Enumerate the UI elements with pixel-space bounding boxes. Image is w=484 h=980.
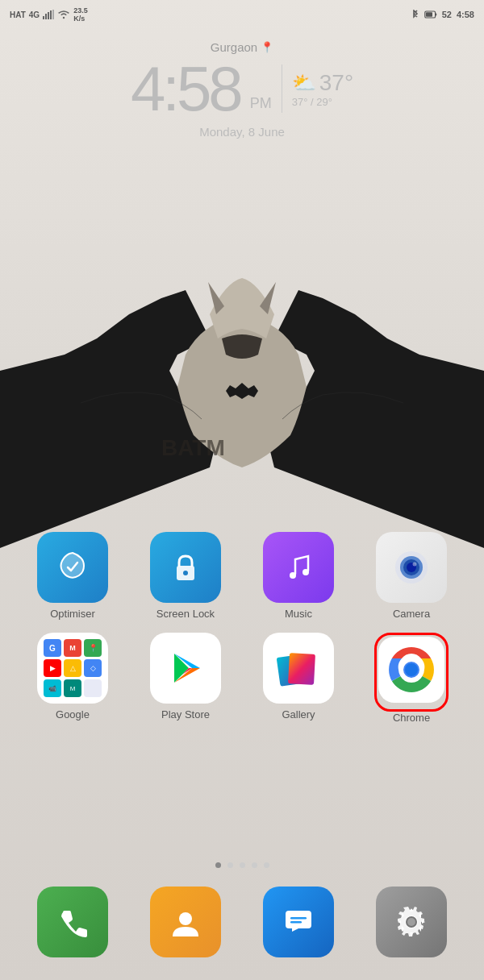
app-item-gallery[interactable]: Gallery: [250, 633, 347, 724]
optimiser-label: Optimiser: [50, 608, 95, 620]
clock: 4:58: [457, 10, 474, 19]
dock-item-settings[interactable]: [371, 887, 452, 957]
dock-item-contacts[interactable]: [145, 887, 226, 957]
svg-point-13: [302, 569, 309, 575]
svg-rect-26: [286, 911, 311, 928]
app-row-1: Optimiser Screen Lock: [16, 532, 468, 620]
playstore-icon: [163, 646, 208, 691]
camera-label: Camera: [393, 608, 430, 620]
gallery-icon: [274, 644, 323, 692]
svg-text:BATM: BATM: [161, 435, 225, 460]
svg-point-11: [183, 571, 188, 575]
weather-widget: Gurgaon 📍 4:58 PM ⛅ 37° 37° / 29° Monday…: [0, 40, 484, 139]
screenlock-label: Screen Lock: [156, 608, 215, 620]
app-grid: Optimiser Screen Lock: [0, 532, 484, 737]
app-row-2: G M 📍 ▶ △ ◇ 📹 M Go: [16, 633, 468, 724]
status-right: 52 4:58: [408, 10, 474, 19]
app-item-google[interactable]: G M 📍 ▶ △ ◇ 📹 M Go: [24, 633, 121, 724]
svg-rect-1: [45, 14, 47, 19]
status-left: HAT 4G 23.5K/s: [10, 6, 88, 23]
gallery-label: Gallery: [282, 708, 315, 720]
camera-icon: [390, 546, 432, 588]
page-dot-3[interactable]: [240, 862, 245, 868]
app-item-playstore[interactable]: Play Store: [137, 633, 234, 724]
page-dots: [0, 862, 484, 868]
operator-label: HAT: [10, 10, 26, 19]
batman-wallpaper: BATM: [0, 242, 484, 548]
time-display: 4:58: [131, 57, 240, 120]
svg-point-32: [407, 918, 415, 926]
music-label: Music: [285, 608, 312, 620]
app-item-chrome[interactable]: Chrome: [363, 633, 460, 724]
svg-rect-20: [288, 653, 315, 685]
location-row: Gurgaon 📍: [0, 40, 484, 54]
dock: [0, 887, 484, 957]
time-row: 4:58 PM ⛅ 37° 37° / 29°: [0, 57, 484, 120]
dock-item-messages[interactable]: [258, 887, 339, 957]
music-icon: [279, 548, 318, 587]
signal-icon: [43, 10, 54, 19]
chrome-label: Chrome: [393, 712, 430, 724]
bluetooth-icon: [408, 10, 419, 19]
divider: [282, 64, 282, 113]
temp-range: 37° / 29°: [292, 96, 332, 108]
contacts-icon: [168, 904, 203, 940]
svg-rect-0: [43, 16, 44, 19]
date-row: Monday, 8 June: [0, 125, 484, 139]
app-item-optimiser[interactable]: Optimiser: [24, 532, 121, 620]
phone-icon: [55, 904, 90, 940]
messages-icon: [281, 904, 316, 940]
svg-point-18: [413, 563, 417, 567]
svg-point-25: [179, 912, 192, 925]
page-dot-2[interactable]: [227, 862, 233, 868]
dock-item-phone[interactable]: [32, 887, 113, 957]
svg-rect-28: [290, 921, 302, 924]
playstore-label: Play Store: [161, 708, 210, 720]
settings-icon: [391, 902, 432, 942]
weather-info: ⛅ 37° 37° / 29°: [292, 70, 353, 108]
location-name: Gurgaon: [211, 40, 257, 54]
screenlock-icon: [166, 548, 205, 587]
optimiser-icon: [53, 548, 92, 587]
svg-rect-3: [50, 10, 52, 19]
svg-rect-4: [52, 10, 54, 19]
svg-rect-27: [290, 917, 307, 920]
network-type: 4G: [29, 10, 40, 19]
chrome-icon: [386, 645, 436, 695]
temp-main: 37°: [319, 70, 353, 96]
svg-rect-7: [435, 13, 436, 15]
svg-point-5: [63, 17, 65, 19]
page-dot-4[interactable]: [252, 862, 257, 868]
app-item-screenlock[interactable]: Screen Lock: [137, 532, 234, 620]
svg-rect-8: [426, 12, 432, 17]
svg-rect-2: [48, 12, 49, 19]
battery-percent: 52: [442, 10, 452, 19]
status-bar: HAT 4G 23.5K/s 52 4:58: [0, 0, 484, 29]
time-ampm: PM: [250, 95, 272, 112]
app-item-camera[interactable]: Camera: [363, 532, 460, 620]
page-dot-5[interactable]: [264, 862, 269, 868]
battery-icon: [424, 10, 437, 19]
google-label: Google: [56, 708, 90, 720]
location-pin-icon: 📍: [261, 41, 273, 53]
svg-point-12: [290, 572, 296, 579]
page-dot-1[interactable]: [215, 862, 221, 868]
weather-cloud-icon: ⛅: [292, 72, 316, 94]
speed-label: 23.5K/s: [73, 6, 88, 23]
svg-point-24: [405, 663, 418, 676]
batman-svg: BATM: [0, 242, 484, 548]
app-item-music[interactable]: Music: [250, 532, 347, 620]
wifi-icon: [57, 10, 70, 19]
